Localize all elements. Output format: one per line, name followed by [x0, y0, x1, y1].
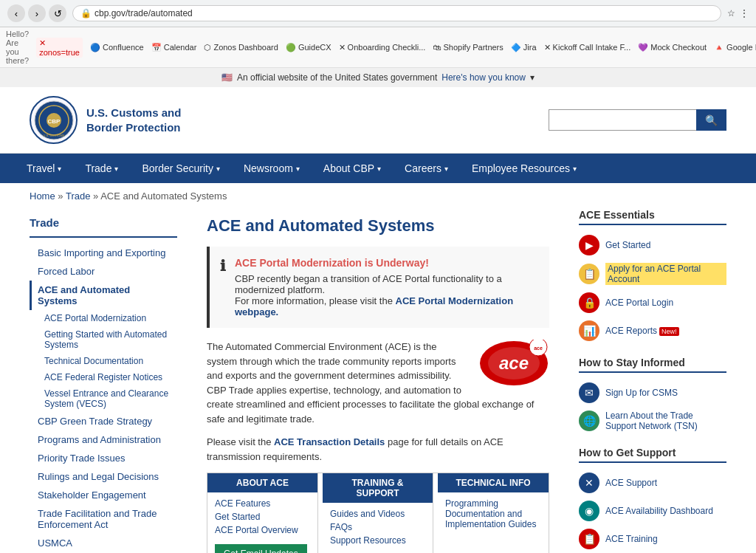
- tsn-item[interactable]: 🌐 Learn About the Trade Support Network …: [579, 407, 726, 435]
- bookmark-zonos[interactable]: ⬡ Zonos Dashboard: [204, 43, 278, 52]
- ace-portal-login-item[interactable]: 🔒 ACE Portal Login: [579, 289, 726, 317]
- newsroom-chevron: ▾: [296, 165, 300, 173]
- ace-dashboard-label[interactable]: ACE Availability Dashboard: [605, 506, 713, 516]
- ace-portal-overview-link[interactable]: ACE Portal Overview: [215, 523, 310, 537]
- how-you-know-link[interactable]: Here's how you know: [441, 72, 526, 83]
- ace-logo-svg: ace ace: [479, 340, 549, 388]
- technical-body: Programming Documentation and Implementa…: [438, 492, 549, 535]
- sidebar-item-priority-trade[interactable]: Priority Trade Issues: [30, 449, 177, 467]
- logo-area: CBP U.S. CUSTOMS U.S. Customs and Border…: [30, 96, 181, 144]
- bookmark-shopify[interactable]: 🛍 Shopify Partners: [433, 43, 503, 52]
- technical-info-col: TECHNICAL INFO Programming Documentation…: [438, 473, 549, 553]
- ace-essentials-section: ACE Essentials ▶ Get Started 📋 Apply for…: [579, 209, 726, 345]
- main-layout: Trade Basic Importing and Exporting Forc…: [0, 209, 756, 553]
- ace-support-label[interactable]: ACE Support: [605, 478, 657, 488]
- dropdown-arrow: ▾: [530, 72, 535, 83]
- guides-videos-link[interactable]: Guides and Videos: [330, 507, 425, 521]
- bookmark-jira[interactable]: 🔷 Jira: [511, 43, 537, 52]
- sidebar-item-ace[interactable]: ACE and Automated Systems: [30, 281, 177, 310]
- bookmark-mock[interactable]: 💜 Mock Checkout: [638, 43, 707, 52]
- ace-reports-label[interactable]: ACE ReportsNew!: [605, 326, 679, 336]
- back-button[interactable]: ‹: [7, 4, 25, 22]
- sidebar-item-green-trade[interactable]: CBP Green Trade Strategy: [30, 412, 177, 430]
- intro-section: ace ace The Automated Commercial Environ…: [207, 340, 549, 473]
- ace-portal-login-icon: 🔒: [579, 292, 599, 313]
- ace-portal-login-label[interactable]: ACE Portal Login: [605, 298, 673, 308]
- get-started-label[interactable]: Get Started: [605, 240, 650, 250]
- sidebar-item-tftea[interactable]: Trade Facilitation and Trade Enforcement…: [30, 504, 177, 534]
- get-started-link[interactable]: Get Started: [215, 510, 310, 523]
- forward-button[interactable]: ›: [28, 4, 46, 22]
- ace-transaction-link[interactable]: ACE Transaction Details: [274, 436, 385, 447]
- breadcrumb-trade[interactable]: Trade: [66, 190, 90, 202]
- stay-informed-title: How to Stay Informed: [579, 357, 726, 373]
- ace-features-link[interactable]: ACE Features: [215, 497, 310, 510]
- url-bar[interactable]: 🔒 cbp.gov/trade/automated: [72, 5, 721, 21]
- sidebar-item-forced-labor[interactable]: Forced Labor: [30, 262, 177, 281]
- browser-chrome: ‹ › ↺ 🔒 cbp.gov/trade/automated ☆ ⋮: [0, 0, 756, 27]
- ace-dashboard-item[interactable]: ◉ ACE Availability Dashboard: [579, 497, 726, 525]
- bookmark-onboarding[interactable]: ✕ Onboarding Checkli...: [339, 43, 426, 52]
- nav-careers[interactable]: Careers ▾: [393, 154, 460, 183]
- sidebar-item-usmca[interactable]: USMCA: [30, 534, 177, 552]
- get-started-icon: ▶: [579, 235, 599, 255]
- apply-ace-item[interactable]: 📋 Apply for an ACE Portal Account: [579, 259, 726, 289]
- bookmark-drive[interactable]: 🔺 Google Drive: [714, 43, 756, 52]
- sidebar-item-getting-started[interactable]: Getting Started with Automated Systems: [30, 326, 177, 353]
- alert-box: ℹ ACE Portal Modernization is Underway! …: [207, 247, 549, 328]
- greeting-text: Hello? Are you there?: [6, 30, 29, 65]
- sidebar-item-technical-doc[interactable]: Technical Documentation: [30, 353, 177, 369]
- sidebar-item-basic-importing[interactable]: Basic Importing and Exporting: [30, 244, 177, 262]
- sidebar-item-rulings[interactable]: Rulings and Legal Decisions: [30, 467, 177, 486]
- support-resources-link[interactable]: Support Resources: [330, 534, 425, 547]
- trade-chevron: ▾: [114, 165, 118, 173]
- nav-trade[interactable]: Trade ▾: [73, 154, 130, 183]
- nav-employee-resources[interactable]: Employee Resources ▾: [460, 154, 588, 183]
- about-ace-body: ACE Features Get Started ACE Portal Over…: [207, 492, 317, 541]
- sidebar-item-stakeholder[interactable]: Stakeholder Engagement: [30, 486, 177, 504]
- nav-newsroom[interactable]: Newsroom ▾: [232, 154, 312, 183]
- get-email-updates-button[interactable]: Get Email Updates: [215, 544, 307, 553]
- tsn-icon: 🌐: [579, 411, 599, 431]
- programming-doc-link[interactable]: Programming Documentation and Implementa…: [445, 497, 541, 531]
- tsn-label[interactable]: Learn About the Trade Support Network (T…: [605, 411, 726, 431]
- official-text: An official website of the United States…: [237, 72, 437, 83]
- bookmark-confluence[interactable]: 🔵 Confluence: [90, 43, 144, 52]
- svg-text:U.S. CUSTOMS: U.S. CUSTOMS: [43, 134, 64, 137]
- right-sidebar: ACE Essentials ▶ Get Started 📋 Apply for…: [579, 209, 726, 553]
- bookmark-kickoff[interactable]: ✕ Kickoff Call Intake F...: [544, 43, 631, 52]
- sidebar-item-vecs[interactable]: Vessel Entrance and Clearance System (VE…: [30, 385, 177, 412]
- csms-signup-item[interactable]: ✉ Sign Up for CSMS: [579, 379, 726, 407]
- apply-ace-label[interactable]: Apply for an ACE Portal Account: [605, 263, 726, 285]
- browser-nav-buttons[interactable]: ‹ › ↺: [7, 4, 66, 22]
- search-area[interactable]: 🔍: [549, 109, 726, 131]
- ace-support-item[interactable]: ✕ ACE Support: [579, 469, 726, 497]
- ace-essentials-title: ACE Essentials: [579, 209, 726, 225]
- ace-reports-item[interactable]: 📊 ACE ReportsNew!: [579, 317, 726, 345]
- search-input[interactable]: [549, 109, 696, 131]
- star-icon: ☆: [727, 8, 735, 18]
- breadcrumb-home[interactable]: Home: [30, 190, 55, 202]
- training-support-col: TRAINING & SUPPORT Guides and Videos FAQ…: [323, 473, 433, 553]
- sidebar-item-ace-portal-mod[interactable]: ACE Portal Modernization: [30, 310, 177, 326]
- ace-training-item[interactable]: 📋 ACE Training: [579, 525, 726, 553]
- nav-about[interactable]: About CBP ▾: [312, 154, 393, 183]
- ace-training-label[interactable]: ACE Training: [605, 534, 658, 544]
- search-button[interactable]: 🔍: [696, 109, 726, 131]
- alert-text1: CBP recently began a transition of ACE P…: [235, 273, 539, 295]
- ace-logo-container: ace ace: [479, 340, 549, 390]
- csms-signup-label[interactable]: Sign Up for CSMS: [605, 388, 678, 398]
- site-header: CBP U.S. CUSTOMS U.S. Customs and Border…: [0, 87, 756, 154]
- get-started-item[interactable]: ▶ Get Started: [579, 231, 726, 259]
- refresh-button[interactable]: ↺: [49, 4, 66, 22]
- nav-travel[interactable]: Travel ▾: [15, 154, 73, 183]
- alert-text2: For more information, please visit the A…: [235, 295, 539, 317]
- breadcrumb-sep2: »: [93, 190, 100, 202]
- faqs-link[interactable]: FAQs: [330, 521, 425, 534]
- bookmark-calendar[interactable]: 📅 Calendar: [151, 43, 197, 52]
- alert-title: ACE Portal Modernization is Underway!: [235, 257, 539, 269]
- nav-border-security[interactable]: Border Security ▾: [130, 154, 231, 183]
- sidebar-item-federal-register[interactable]: ACE Federal Register Notices: [30, 369, 177, 385]
- sidebar-item-programs[interactable]: Programs and Administration: [30, 430, 177, 449]
- bookmark-guidecx[interactable]: 🟢 GuideCX: [286, 43, 331, 52]
